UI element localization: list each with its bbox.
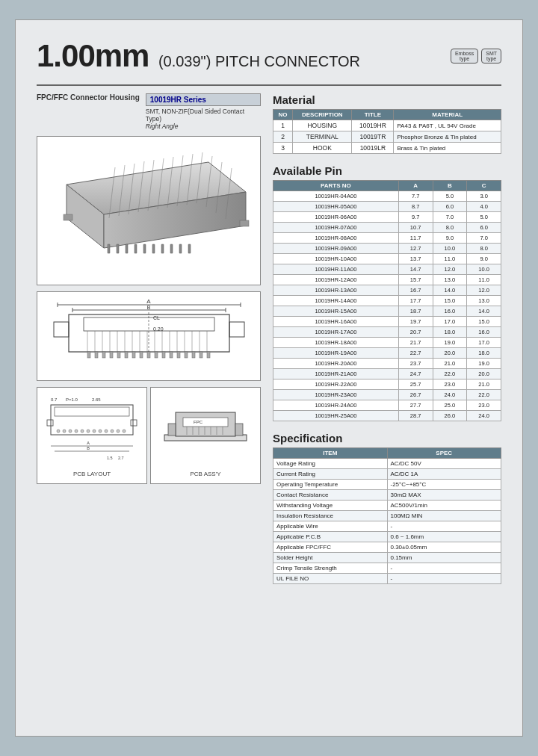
table-cell: 10019HR-15A00	[273, 306, 399, 317]
svg-rect-70	[162, 352, 165, 358]
table-cell: -25°C~+85°C	[387, 480, 501, 490]
table-row: 1HOUSING10019HRPA43 & PA6T , UL 94V Grad…	[273, 120, 501, 131]
table-cell: UL FILE NO	[273, 574, 388, 584]
svg-rect-20	[143, 244, 146, 253]
table-cell: 10019HR-22A00	[273, 379, 399, 390]
svg-rect-76	[207, 352, 210, 358]
table-cell: 10019HR-06A00	[273, 212, 399, 223]
table-cell: 19.0	[467, 359, 501, 369]
main-content: FPC/FFC Connector Housing 10019HR Series…	[37, 93, 501, 584]
table-cell: Operating Temperature	[273, 480, 388, 490]
emboss-badge: Emboss type	[451, 49, 478, 63]
table-cell: 10019HR-21A00	[273, 369, 399, 379]
table-row: 10019HR-12A0015.713.011.0	[273, 275, 501, 285]
table-cell: TERMINAL	[293, 131, 352, 143]
table-cell: 13.7	[398, 254, 433, 264]
table-cell: 10019HR-13A00	[273, 285, 399, 296]
table-row: 10019HR-15A0018.716.014.0	[273, 306, 501, 317]
header-divider	[37, 84, 501, 86]
table-cell: -	[387, 563, 501, 574]
table-cell: 6.0	[433, 202, 467, 212]
table-cell: 10019HR	[352, 120, 394, 131]
table-cell: 20.0	[433, 348, 467, 359]
svg-rect-62	[102, 352, 105, 358]
table-cell: 20.7	[398, 327, 433, 338]
table-cell: 24.0	[467, 411, 501, 421]
table-cell: Withstanding Voltage	[273, 501, 388, 511]
svg-rect-65	[125, 352, 128, 358]
title-area: 1.00mm (0.039") PITCH CONNECTOR	[37, 38, 360, 74]
table-cell: 8.0	[433, 223, 467, 233]
material-title: Material	[273, 93, 501, 106]
table-cell: Brass & Tin plated	[394, 143, 501, 154]
svg-text:A: A	[87, 441, 90, 445]
product-info-area: FPC/FFC Connector Housing 10019HR Series…	[37, 93, 261, 130]
table-cell: HOUSING	[293, 120, 352, 131]
table-cell: Insulation Resistance	[273, 511, 388, 521]
table-cell: 22.0	[433, 369, 467, 379]
table-cell: 4.0	[467, 202, 501, 212]
table-cell: 23.0	[433, 379, 467, 390]
table-row: Applicable FPC/FFC0.30±0.05mm	[273, 542, 501, 553]
2d-top-diagram: A B	[37, 291, 261, 381]
svg-rect-72	[177, 352, 180, 358]
svg-rect-104	[183, 418, 228, 427]
table-cell: 0.15mm	[387, 553, 501, 563]
pitch-detail: (0.039") PITCH CONNECTOR	[158, 53, 360, 69]
table-row: 10019HR-24A0027.725.023.0	[273, 400, 501, 411]
table-cell: 10019HR-05A00	[273, 202, 399, 212]
table-cell: 12.0	[433, 264, 467, 275]
table-cell: 10019HR-25A00	[273, 411, 399, 421]
table-row: 10019HR-19A0022.720.018.0	[273, 348, 501, 359]
svg-rect-19	[134, 244, 137, 253]
table-cell: 3.0	[467, 191, 501, 202]
pin-col-a: A	[398, 181, 433, 191]
table-row: 2TERMINAL10019TRPhosphor Bronze & Tin pl…	[273, 131, 501, 143]
table-cell: 10019HR-11A00	[273, 264, 399, 275]
table-cell: 18.0	[467, 348, 501, 359]
table-cell: 7.0	[467, 233, 501, 244]
table-cell: PA43 & PA6T , UL 94V Grade	[394, 120, 501, 131]
table-cell: 28.7	[398, 411, 433, 421]
svg-rect-18	[126, 244, 128, 253]
mat-col-no: NO	[273, 110, 293, 120]
svg-rect-75	[200, 352, 202, 358]
svg-text:B: B	[87, 446, 90, 450]
svg-rect-16	[108, 244, 110, 253]
table-cell: 12.7	[398, 244, 433, 254]
table-cell: 20.0	[467, 369, 501, 379]
table-cell: 10019HR-20A00	[273, 359, 399, 369]
pin-col-parts: PARTS NO	[273, 181, 399, 191]
table-cell: Voltage Rating	[273, 459, 388, 469]
table-cell: 10019HR-10A00	[273, 254, 399, 264]
table-cell: Applicable P.C.B	[273, 532, 388, 542]
table-row: 10019HR-21A0024.722.020.0	[273, 369, 501, 379]
material-table: NO DESCRIPTION TITLE MATERIAL 1HOUSING10…	[273, 109, 501, 154]
product-type: SMT, NON-ZIF(Dual Sided Contact Type)	[146, 108, 261, 123]
table-cell: 9.0	[433, 233, 467, 244]
table-row: 10019HR-05A008.76.04.0	[273, 202, 501, 212]
table-cell: 24.7	[398, 369, 433, 379]
svg-text:A: A	[146, 298, 151, 305]
svg-text:0.7: 0.7	[51, 397, 58, 402]
table-cell: 5.0	[467, 212, 501, 223]
pcb-assy-svg: FPC	[157, 394, 254, 468]
table-cell: 10019HR-23A00	[273, 390, 399, 400]
table-cell: 9.0	[467, 254, 501, 264]
svg-text:1.5: 1.5	[107, 456, 113, 460]
table-cell: 15.0	[467, 317, 501, 327]
svg-text:2.65: 2.65	[92, 397, 101, 402]
table-cell: 21.0	[467, 379, 501, 390]
table-row: 10019HR-08A0011.79.07.0	[273, 233, 501, 244]
svg-rect-69	[155, 352, 158, 358]
table-cell: 16.0	[467, 327, 501, 338]
table-row: 10019HR-18A0021.719.017.0	[273, 338, 501, 348]
spec-table: ITEM SPEC Voltage RatingAC/DC 50VCurrent…	[273, 447, 501, 584]
table-row: 10019HR-25A0028.726.024.0	[273, 411, 501, 421]
table-cell: 100MΩ MIN	[387, 511, 501, 521]
table-row: 10019HR-23A0026.724.022.0	[273, 390, 501, 400]
svg-text:B: B	[146, 305, 150, 310]
table-cell: 21.7	[398, 338, 433, 348]
table-row: 10019HR-09A0012.710.08.0	[273, 244, 501, 254]
table-cell: 9.7	[398, 212, 433, 223]
